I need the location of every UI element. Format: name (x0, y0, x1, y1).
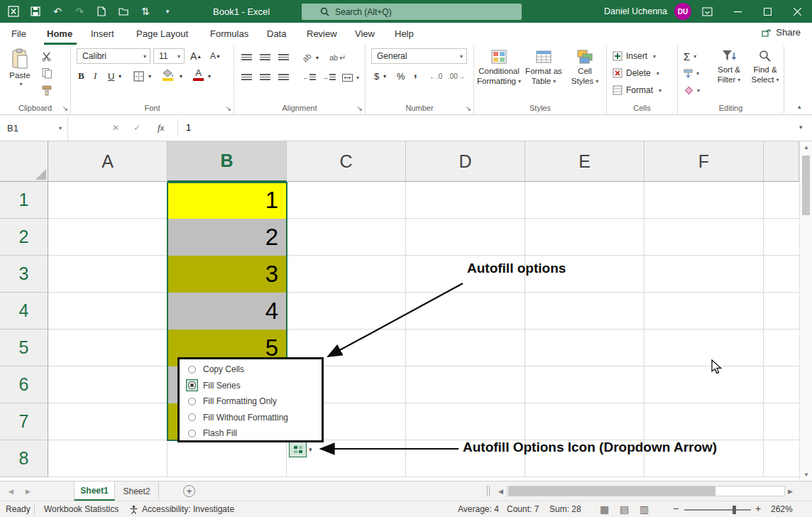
tab-page-layout[interactable]: Page Layout (136, 28, 188, 39)
redo-icon[interactable]: ↷ (73, 5, 86, 18)
column-header-f[interactable]: F (644, 141, 764, 182)
align-left-button[interactable] (241, 70, 252, 85)
row-header-3[interactable]: 3 (0, 256, 48, 293)
find-select-button[interactable]: Find & Select▾ (749, 48, 781, 84)
zoom-slider-track[interactable] (684, 509, 751, 511)
share-button[interactable]: Share (761, 27, 801, 38)
menu-item-flash-fill[interactable]: Flash Fill (180, 425, 322, 442)
column-header-e[interactable]: E (525, 141, 644, 182)
delete-button[interactable]: Delete▾ (613, 65, 659, 81)
new-file-icon[interactable] (95, 5, 108, 18)
ribbon-display-options-icon[interactable] (691, 0, 723, 23)
row-header-4[interactable]: 4 (0, 293, 48, 330)
tab-formulas[interactable]: Formulas (210, 28, 248, 39)
sort-filter-button[interactable]: Sort & Filter▾ (710, 48, 747, 84)
vertical-scrollbar[interactable]: ▲ ▼ (799, 141, 812, 481)
autosum-button[interactable]: Σ▾ (684, 48, 696, 64)
row-header-6[interactable]: 6 (0, 366, 48, 403)
fill-color-button[interactable] (162, 67, 174, 82)
align-bottom-button[interactable] (278, 50, 289, 65)
row-header-8[interactable]: 8 (0, 440, 48, 477)
avatar[interactable]: DU (674, 3, 691, 20)
number-dialog-launcher[interactable]: ↘ (466, 105, 471, 112)
row-header-7[interactable]: 7 (0, 403, 48, 440)
insert-button[interactable]: Insert▾ (613, 48, 656, 64)
cell-styles-button[interactable]: Cell Styles▾ (566, 48, 603, 85)
increase-decimal-button[interactable]: ←.0 (429, 68, 442, 84)
underline-chevron-icon[interactable]: ▾ (119, 68, 121, 84)
percent-button[interactable]: % (397, 68, 405, 84)
tab-sheet1[interactable]: Sheet1 (74, 481, 115, 501)
increase-font-button[interactable]: A▲ (190, 48, 202, 64)
column-header-b[interactable]: B (168, 141, 287, 182)
clipboard-dialog-launcher[interactable]: ↘ (62, 105, 68, 112)
format-button[interactable]: Format▾ (613, 82, 662, 98)
page-layout-view-button[interactable]: ▤ (620, 504, 629, 515)
increase-indent-button[interactable]: → (322, 70, 336, 85)
hscroll-left-icon[interactable]: ◀ (498, 488, 503, 495)
undo-icon[interactable]: ↶ (51, 5, 64, 18)
column-header-c[interactable]: C (287, 141, 406, 182)
decrease-font-button[interactable]: A▼ (210, 48, 221, 64)
align-right-button[interactable] (278, 70, 289, 85)
row-header-1[interactable]: 1 (0, 182, 48, 219)
fx-icon[interactable]: fx (158, 122, 164, 134)
currency-button[interactable]: $ (374, 68, 379, 84)
horizontal-scroll-thumb[interactable] (508, 486, 715, 496)
select-all-corner[interactable] (0, 141, 48, 182)
format-painter-button[interactable] (41, 82, 53, 98)
align-middle-button[interactable] (260, 50, 270, 65)
add-sheet-button[interactable]: + (183, 485, 195, 497)
hscroll-right-icon[interactable]: ▶ (788, 488, 793, 495)
scroll-down-icon[interactable]: ▼ (803, 472, 809, 478)
open-icon[interactable] (117, 5, 130, 18)
fill-color-chevron-icon[interactable]: ▾ (180, 68, 182, 84)
sort-az-icon[interactable]: ⇅ (139, 5, 152, 18)
cut-button[interactable] (41, 48, 52, 64)
close-button[interactable] (782, 0, 812, 23)
decrease-decimal-button[interactable]: .00→ (448, 68, 465, 84)
menu-item-copy-cells[interactable]: Copy Cells (180, 361, 322, 378)
font-dialog-launcher[interactable]: ↘ (226, 105, 231, 112)
collapse-ribbon-icon[interactable]: ▴ (798, 103, 801, 110)
column-header-d[interactable]: D (406, 141, 525, 182)
normal-view-button[interactable]: ▦ (600, 504, 609, 515)
tab-review[interactable]: Review (307, 28, 337, 39)
clear-button[interactable]: ▾ (684, 82, 700, 98)
cell-b1[interactable]: 1 (168, 182, 287, 219)
italic-button[interactable]: I (94, 68, 97, 84)
sheet-nav-left-icon[interactable]: ◀ (9, 488, 13, 495)
wrap-text-button[interactable]: ab↵ (329, 50, 346, 65)
maximize-button[interactable] (752, 0, 782, 23)
vertical-scroll-thumb[interactable] (802, 156, 810, 215)
zoom-out-button[interactable]: − (673, 503, 679, 514)
orientation-button[interactable]: ab (298, 49, 315, 67)
autofill-options-button[interactable]: ▾ (289, 442, 312, 457)
cell-b4[interactable]: 4 (168, 293, 287, 330)
minimize-button[interactable] (723, 0, 752, 23)
paste-button[interactable]: Paste ▾ (4, 48, 35, 87)
decrease-indent-button[interactable]: ← (302, 70, 316, 85)
font-color-button[interactable]: A (193, 67, 204, 82)
underline-button[interactable]: U (108, 68, 114, 84)
row-header-5[interactable]: 5 (0, 330, 48, 366)
tab-home[interactable]: Home (47, 28, 72, 39)
excel-app-icon[interactable] (7, 5, 20, 18)
cancel-icon[interactable]: ✕ (112, 123, 119, 133)
tab-view[interactable]: View (355, 28, 375, 39)
enter-icon[interactable]: ✓ (133, 123, 141, 133)
tab-insert[interactable]: Insert (91, 28, 114, 39)
cell-b3[interactable]: 3 (168, 256, 287, 293)
tab-sheet2[interactable]: Sheet2 (115, 481, 159, 501)
name-box[interactable]: B1 ▾ (0, 115, 68, 141)
autofill-dropdown-arrow-icon[interactable]: ▾ (309, 446, 312, 453)
zoom-slider-thumb[interactable] (733, 506, 736, 514)
bold-button[interactable]: B (78, 68, 84, 84)
zoom-level[interactable]: 262% (771, 504, 793, 514)
column-header-partial[interactable] (764, 141, 799, 182)
font-color-chevron-icon[interactable]: ▾ (208, 68, 211, 84)
page-break-view-button[interactable]: ▥ (640, 504, 649, 515)
scroll-up-icon[interactable]: ▲ (803, 144, 809, 151)
accessibility-status[interactable]: Accessibility: Investigate (142, 504, 234, 514)
search-box[interactable]: Search (Alt+Q) (302, 4, 522, 20)
